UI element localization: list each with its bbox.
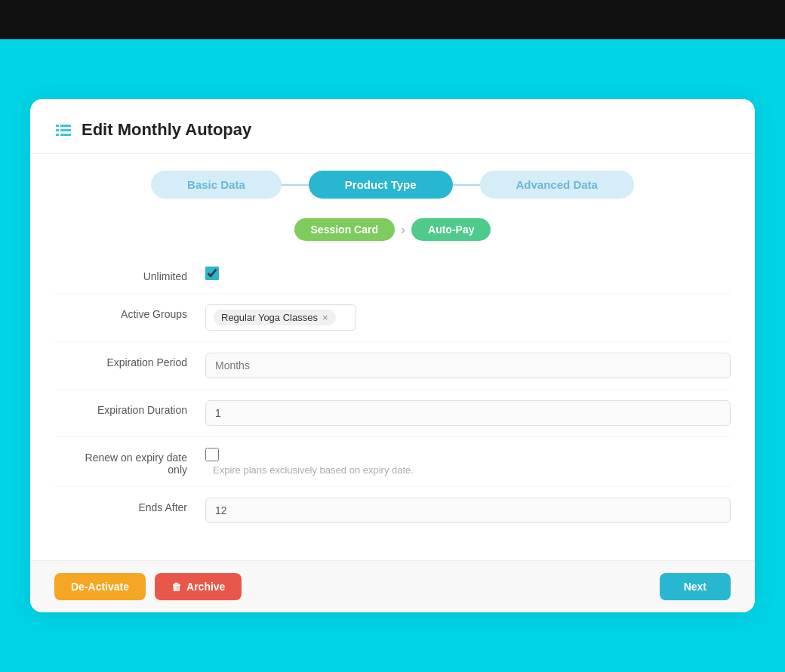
form-section: Unlimited Active Groups Regular Yoga Cla… [30, 247, 755, 560]
active-groups-tag-container[interactable]: Regular Yoga Classes × [205, 304, 356, 331]
active-groups-row: Active Groups Regular Yoga Classes × [54, 294, 731, 342]
renew-checkbox[interactable] [205, 448, 219, 461]
steps-row: Basic Data Product Type Advanced Data [30, 154, 755, 206]
card-header: Edit Monthly Autopay [30, 99, 755, 154]
footer-left-buttons: De-Activate 🗑 Archive [54, 573, 242, 600]
main-card: Edit Monthly Autopay Basic Data Product … [30, 99, 755, 612]
svg-rect-1 [60, 125, 71, 127]
session-card-badge[interactable]: Session Card [294, 218, 395, 241]
expiration-duration-row: Expiration Duration [54, 390, 731, 437]
active-groups-tag: Regular Yoga Classes × [214, 310, 336, 325]
step-advanced-data[interactable]: Advanced Data [480, 171, 634, 199]
next-button[interactable]: Next [660, 573, 731, 600]
trash-icon: 🗑 [171, 581, 181, 593]
list-icon [54, 121, 72, 139]
unlimited-control [205, 267, 731, 280]
svg-rect-0 [56, 125, 59, 127]
expiration-duration-input[interactable] [205, 400, 731, 426]
ends-after-label: Ends After [54, 498, 205, 513]
renew-help-text: Expire plans exclusively based on expiry… [213, 464, 414, 476]
expiration-period-input[interactable] [205, 353, 731, 378]
svg-rect-3 [60, 129, 71, 131]
step-connector-1 [282, 184, 309, 186]
deactivate-button[interactable]: De-Activate [54, 573, 146, 600]
ends-after-control [205, 498, 731, 523]
outer-bg: Edit Monthly Autopay Basic Data Product … [0, 0, 785, 672]
svg-rect-2 [56, 129, 59, 131]
step-basic-data[interactable]: Basic Data [151, 171, 282, 199]
page-title: Edit Monthly Autopay [82, 120, 251, 140]
ends-after-input[interactable] [205, 498, 731, 523]
expiration-period-label: Expiration Period [54, 353, 205, 368]
expiration-period-row: Expiration Period [54, 342, 731, 390]
svg-rect-5 [60, 134, 71, 136]
step-connector-2 [453, 184, 480, 186]
ends-after-row: Ends After [54, 487, 731, 534]
svg-rect-4 [56, 134, 59, 136]
expiration-duration-label: Expiration Duration [54, 400, 205, 416]
unlimited-checkbox[interactable] [205, 267, 219, 280]
renew-row: Renew on expiry date only Expire plans e… [54, 437, 731, 487]
step-product-type[interactable]: Product Type [309, 171, 453, 199]
footer-bar: De-Activate 🗑 Archive Next [30, 560, 755, 612]
active-groups-label: Active Groups [54, 304, 205, 320]
active-groups-control: Regular Yoga Classes × [205, 304, 731, 331]
unlimited-row: Unlimited [54, 256, 731, 294]
top-bar [0, 0, 785, 39]
renew-label: Renew on expiry date only [54, 448, 205, 476]
unlimited-label: Unlimited [54, 267, 205, 282]
tag-remove-button[interactable]: × [322, 312, 328, 323]
product-type-arrow: › [401, 222, 405, 238]
product-type-row: Session Card › Auto-Pay [30, 206, 755, 247]
renew-control: Expire plans exclusively based on expiry… [205, 448, 731, 476]
expiration-duration-control [205, 400, 731, 426]
expiration-period-control [205, 353, 731, 378]
archive-button[interactable]: 🗑 Archive [155, 573, 242, 600]
auto-pay-badge[interactable]: Auto-Pay [411, 218, 491, 241]
